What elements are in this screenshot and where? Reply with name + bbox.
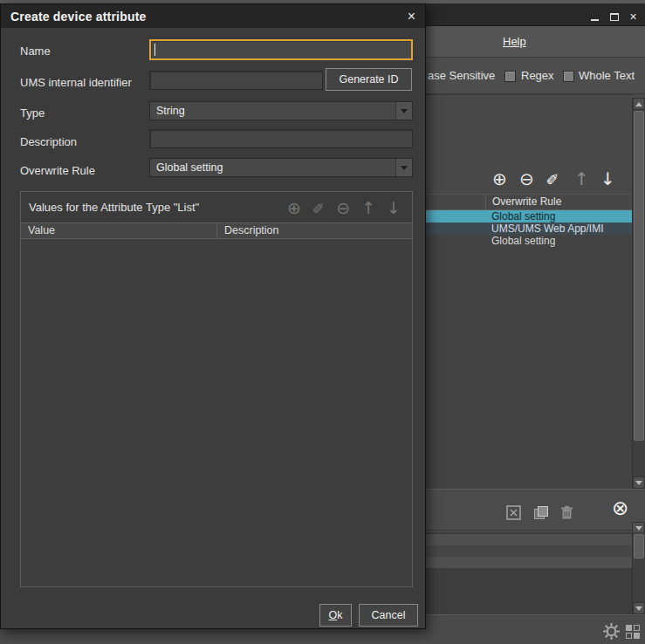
regex-checkbox[interactable] bbox=[504, 71, 516, 82]
statusbar-icons bbox=[602, 622, 641, 641]
generate-id-button[interactable]: Generate ID bbox=[326, 68, 412, 91]
overwrite-rule-column-header[interactable]: Overwrite Rule bbox=[485, 195, 632, 209]
scroll-down-icon bbox=[635, 481, 642, 485]
text-caret bbox=[154, 44, 155, 56]
create-device-attribute-dialog: Create device attribute × Name UMS inter… bbox=[0, 3, 426, 629]
remove-icon[interactable]: ⊖ bbox=[519, 168, 534, 190]
row-label: UMS/UMS Web App/IMI bbox=[491, 223, 603, 235]
scrollbar-thumb[interactable] bbox=[634, 534, 644, 558]
overwrite-rule-label: Overwrite Rule bbox=[20, 164, 95, 177]
values-table-header: Value Description bbox=[21, 223, 412, 239]
help-toolbar: Help bbox=[426, 26, 645, 58]
move-up-icon[interactable]: ↑ bbox=[574, 168, 589, 190]
close-square-icon[interactable] bbox=[506, 505, 521, 520]
scroll-down-icon bbox=[635, 526, 642, 531]
name-input[interactable] bbox=[149, 39, 413, 60]
type-selected-value: String bbox=[150, 102, 395, 120]
edit-value-icon[interactable]: ✎ bbox=[307, 202, 330, 214]
table-row[interactable]: UMS/UMS Web App/IMI bbox=[426, 223, 632, 235]
add-icon[interactable]: ⊕ bbox=[492, 168, 507, 190]
list-row-stripe bbox=[426, 534, 632, 545]
type-label: Type bbox=[20, 106, 45, 120]
row-label: Global setting bbox=[491, 235, 555, 247]
search-options-row: ase Sensitive Regex Whole Text bbox=[426, 58, 645, 94]
overwrite-rule-selected-value: Global setting bbox=[150, 159, 395, 176]
name-label: Name bbox=[20, 45, 51, 58]
value-down-icon[interactable]: ↓ bbox=[387, 196, 401, 219]
maximize-icon bbox=[610, 13, 619, 21]
help-button[interactable]: Help bbox=[503, 35, 526, 48]
scroll-up-button[interactable] bbox=[633, 98, 645, 110]
lower-list-panel bbox=[426, 532, 645, 614]
copy-icon[interactable] bbox=[533, 505, 549, 520]
values-toolbar: ⊕ ✎ ⊖ ↑ ↓ bbox=[287, 196, 401, 219]
values-group: Values for the Attribute Type "List" ⊕ ✎… bbox=[20, 191, 413, 587]
overwrite-rule-dropdown[interactable]: Global setting bbox=[149, 158, 413, 177]
cancel-button[interactable]: Cancel bbox=[359, 604, 418, 627]
case-sensitive-label: ase Sensitive bbox=[428, 58, 495, 94]
settings-gear-icon[interactable] bbox=[602, 622, 621, 641]
attributes-table: Overwrite Rule Global setting UMS/UMS We… bbox=[426, 194, 632, 489]
minimize-icon bbox=[591, 19, 599, 21]
application-screen: × Help ase Sensitive Regex Whole Text ⊕ … bbox=[0, 0, 645, 644]
regex-label: Regex bbox=[521, 58, 554, 94]
dialog-close-icon[interactable]: × bbox=[408, 10, 415, 24]
trash-icon[interactable] bbox=[560, 505, 573, 520]
value-column-header[interactable]: Value bbox=[21, 223, 217, 238]
clear-circle-icon[interactable]: ⊗ bbox=[612, 498, 628, 518]
table-row[interactable]: Global setting bbox=[426, 210, 632, 223]
scrollbar-thumb[interactable] bbox=[634, 111, 644, 441]
whole-text-checkbox[interactable] bbox=[563, 71, 574, 82]
value-up-icon[interactable]: ↑ bbox=[361, 196, 375, 219]
description-label: Description bbox=[20, 135, 77, 148]
remove-value-icon[interactable]: ⊖ bbox=[336, 196, 350, 219]
dropdown-arrow-icon[interactable] bbox=[395, 102, 412, 120]
scroll-up-icon bbox=[635, 102, 642, 106]
lower-toolbar: ⊗ bbox=[426, 489, 645, 531]
ok-button[interactable]: Ok bbox=[319, 604, 352, 627]
values-group-title: Values for the Attribute Type "List" bbox=[29, 201, 199, 214]
attribute-toolbar: ⊕ ⊖ ✎ ↑ ↓ bbox=[426, 166, 632, 192]
scroll-down-button[interactable] bbox=[633, 476, 645, 489]
ums-id-input[interactable] bbox=[149, 71, 323, 90]
type-dropdown[interactable]: String bbox=[149, 101, 413, 120]
ums-id-label: UMS internal identifier bbox=[20, 76, 132, 89]
whole-text-label: Whole Text bbox=[579, 58, 635, 94]
minimize-button[interactable] bbox=[588, 10, 601, 23]
values-table-body[interactable] bbox=[21, 239, 412, 586]
list-row-stripe bbox=[426, 557, 632, 568]
description-column-header[interactable]: Description bbox=[217, 223, 412, 238]
window-close-button[interactable]: × bbox=[627, 10, 640, 23]
dropdown-arrow-icon[interactable] bbox=[395, 159, 412, 176]
scroll-down-button[interactable] bbox=[633, 602, 645, 614]
list-row-stripe bbox=[426, 545, 632, 557]
maximize-button[interactable] bbox=[607, 10, 621, 23]
window-controls: × bbox=[588, 10, 640, 23]
dialog-titlebar[interactable]: Create device attribute × bbox=[1, 4, 425, 28]
table-header: Overwrite Rule bbox=[426, 195, 632, 210]
results-scrollbar[interactable] bbox=[632, 98, 645, 489]
layout-grid-icon[interactable] bbox=[625, 624, 641, 640]
dialog-title: Create device attribute bbox=[10, 10, 147, 24]
description-input[interactable] bbox=[149, 129, 413, 148]
edit-pencil-icon[interactable]: ✎ bbox=[542, 172, 565, 185]
lower-scrollbar[interactable] bbox=[632, 532, 645, 614]
move-down-icon[interactable]: ↓ bbox=[600, 168, 615, 190]
scroll-down-icon bbox=[635, 606, 642, 611]
add-value-icon[interactable]: ⊕ bbox=[287, 196, 301, 219]
table-row[interactable]: Global setting bbox=[426, 235, 632, 247]
row-label: Global setting bbox=[491, 210, 555, 223]
